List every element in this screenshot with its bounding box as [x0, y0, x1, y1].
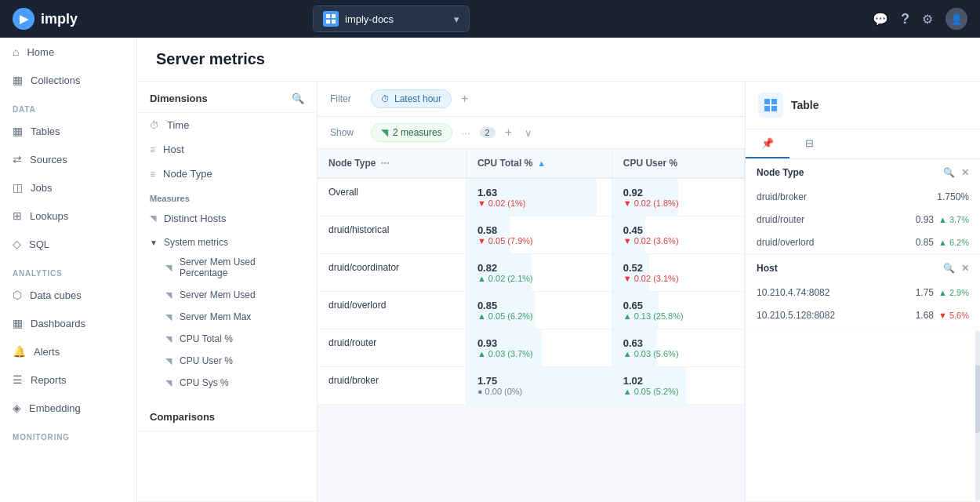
cpu-user-value: 1.02 [623, 375, 733, 387]
filter-chip-text: Latest hour [394, 93, 441, 104]
sidebar-item-datacubes[interactable]: ⬡ Data cubes [0, 281, 136, 309]
rp-content: Node Type 🔍 ✕ druid/broker 1.750% [746, 159, 980, 330]
dim-item-server-mem-pct[interactable]: ◥ Server Mem Used Percentage [137, 251, 317, 284]
rp-host2-change: ▼ 5.6% [938, 311, 969, 320]
alerts-icon: 🔔 [13, 345, 26, 358]
logo-icon: ▶ [13, 8, 34, 30]
rp-section-nodetype: Node Type 🔍 ✕ druid/broker 1.750% [746, 159, 980, 255]
dim-item-cpu-total[interactable]: ◥ CPU Total % [137, 328, 317, 350]
filter-chip-latest-hour[interactable]: ⏱ Latest hour [371, 89, 452, 108]
dim-item-distinct-hosts[interactable]: ◥ Distinct Hosts [137, 206, 317, 231]
col-more-node-type-icon[interactable]: ··· [380, 157, 390, 169]
sort-asc-icon[interactable]: ▲ [537, 158, 546, 168]
dim-item-cpu-user[interactable]: ◥ CPU User % [137, 350, 317, 372]
filter-add-button[interactable]: + [461, 92, 468, 106]
sidebar-label-home: Home [27, 46, 54, 58]
rp-nodetype-search-icon[interactable]: 🔍 [943, 167, 955, 178]
rp-overlord-label: druid/overlord [757, 237, 814, 248]
dimensions-search-icon[interactable]: 🔍 [292, 93, 304, 104]
cpu-user-change: ▲ 0.13 (25.8%) [623, 311, 733, 321]
cell-cpu-user: 0.92 ▼ 0.02 (1.8%) [612, 178, 744, 216]
rp-header: Table [746, 82, 980, 129]
dim-item-server-mem-used[interactable]: ◥ Server Mem Used [137, 284, 317, 306]
sidebar-label-collections: Collections [31, 75, 81, 86]
rp-broker-value: 1.750% [937, 191, 969, 202]
show-chip-measures[interactable]: ◥ 2 measures [371, 123, 452, 142]
dim-item-host[interactable]: ≡ Host [137, 137, 317, 162]
show-add-button[interactable]: + [505, 126, 512, 140]
scrollbar[interactable] [746, 330, 980, 501]
measures-section-header: Measures [137, 186, 317, 206]
sidebar-item-dashboards[interactable]: ▦ Dashboards [0, 309, 136, 337]
dim-item-server-mem-max[interactable]: ◥ Server Mem Max [137, 306, 317, 328]
table-row: druid/coordinator 0.82 ▲ 0.02 (2.1%) 0.5… [318, 254, 745, 292]
table-row: druid/router 0.93 ▲ 0.03 (3.7%) 0.63 ▲ 0… [318, 329, 745, 367]
dimensions-panel-header: Dimensions 🔍 [137, 82, 317, 113]
cpu-user-change: ▼ 0.02 (3.1%) [623, 274, 733, 283]
dim-item-time[interactable]: ⏱ Time [137, 113, 317, 137]
chat-icon[interactable]: 💬 [873, 12, 888, 27]
sidebar-item-sources[interactable]: ⇄ Sources [0, 145, 136, 173]
system-metrics-group[interactable]: ▼ System metrics [137, 231, 317, 251]
sidebar-item-tables[interactable]: ▦ Tables [0, 117, 136, 145]
data-table-container: Node Type ··· CPU Total % ▲ [318, 149, 745, 501]
cpu-total-change: ▼ 0.02 (1%) [477, 198, 601, 208]
cpu-total-change: ▲ 0.03 (3.7%) [477, 349, 601, 358]
rp-router-change: ▲ 3.7% [938, 215, 969, 224]
show-label: Show [330, 127, 361, 138]
show-dots-button[interactable]: ··· [462, 127, 470, 139]
dim-item-nodetype[interactable]: ≡ Node Type [137, 162, 317, 186]
system-metrics-label: System metrics [164, 237, 228, 248]
dim-label-cpu-total: CPU Total % [180, 333, 233, 344]
rp-host-close-icon[interactable]: ✕ [961, 263, 969, 274]
dim-label-host: Host [163, 144, 184, 155]
table-row: druid/overlord 0.85 ▲ 0.05 (6.2%) 0.65 ▲… [318, 292, 745, 329]
rp-tab-col[interactable]: ⊟ [789, 129, 829, 158]
show-chevron-icon[interactable]: ∨ [524, 127, 532, 139]
cpu-total-value: 1.63 [477, 187, 601, 198]
cell-cpu-total: 0.85 ▲ 0.05 (6.2%) [466, 292, 612, 329]
sidebar-item-lookups[interactable]: ⊞ Lookups [0, 202, 136, 230]
sidebar-section-analytics: ANALYTICS [0, 258, 136, 281]
rp-row-router: druid/router 0.93 ▲ 3.7% [746, 209, 980, 231]
sidebar-section-data: DATA [0, 94, 136, 117]
sidebar-item-embedding[interactable]: ◈ Embedding [0, 394, 136, 422]
dim-item-cpu-sys[interactable]: ◥ CPU Sys % [137, 372, 317, 394]
cpu-total-value: 0.85 [477, 300, 601, 311]
cell-cpu-user: 1.02 ▲ 0.05 (5.2%) [612, 367, 744, 405]
cpu-total-change: ▲ 0.05 (6.2%) [477, 311, 601, 321]
sql-icon: ◇ [13, 238, 21, 250]
rp-overlord-value: 0.85 [916, 237, 934, 248]
sidebar-item-sql[interactable]: ◇ SQL [0, 230, 136, 258]
rp-host2-value: 1.68 [916, 310, 934, 321]
topnav-actions: 💬 ? ⚙ 👤 [873, 8, 967, 30]
lookups-icon: ⊞ [13, 209, 22, 222]
settings-icon[interactable]: ⚙ [922, 12, 933, 27]
page-title: Server metrics [156, 50, 961, 68]
sidebar-item-home[interactable]: ⌂ Home [0, 38, 136, 66]
cpu-total-value: 0.58 [477, 224, 601, 236]
distinct-hosts-icon: ◥ [150, 213, 156, 224]
app-name: imply [41, 11, 78, 27]
rp-host2-label: 10.210.5.128:8082 [757, 310, 835, 321]
cpu-total-icon: ◥ [165, 334, 172, 344]
rp-host-search-icon[interactable]: 🔍 [943, 263, 955, 274]
rp-nodetype-close-icon[interactable]: ✕ [961, 167, 969, 178]
sidebar-item-collections[interactable]: ▦ Collections [0, 66, 136, 94]
sidebar-item-reports[interactable]: ☰ Reports [0, 366, 136, 394]
rp-router-label: druid/router [757, 214, 804, 225]
sidebar-item-jobs[interactable]: ◫ Jobs [0, 173, 136, 202]
sidebar-label-reports: Reports [31, 374, 67, 386]
cpu-sys-icon: ◥ [165, 378, 172, 388]
table-row: druid/historical 0.58 ▼ 0.05 (7.9%) 0.45… [318, 216, 745, 254]
user-avatar[interactable]: 👤 [946, 8, 967, 30]
sidebar-item-alerts[interactable]: 🔔 Alerts [0, 337, 136, 366]
col-header-cpu-user: CPU User % [612, 149, 744, 178]
rp-tab-pin[interactable]: 📌 [746, 129, 789, 158]
help-icon[interactable]: ? [901, 11, 909, 27]
dashboards-icon: ▦ [13, 317, 23, 329]
sidebar-label-lookups: Lookups [30, 210, 68, 222]
workspace-selector[interactable]: imply-docs ▾ [313, 5, 470, 32]
table-row: Overall 1.63 ▼ 0.02 (1%) 0.92 ▼ 0.02 (1.… [318, 178, 745, 216]
dim-label-time: Time [167, 119, 189, 131]
